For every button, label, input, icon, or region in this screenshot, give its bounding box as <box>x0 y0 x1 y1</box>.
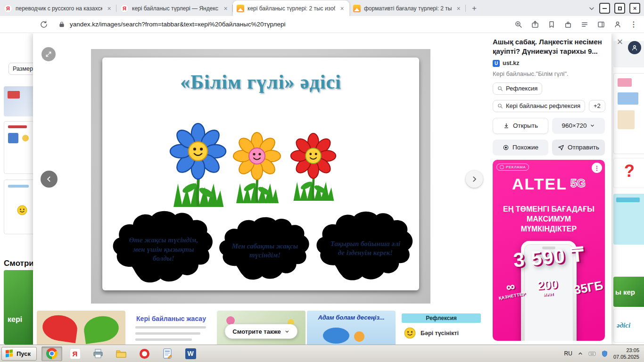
browser-tab-bar: Я переводчик с русского на казахски × Я … <box>0 0 644 16</box>
tray-expand-icon[interactable] <box>578 351 583 356</box>
send-button[interactable]: Отправить <box>552 140 605 156</box>
extensions-icon[interactable] <box>564 20 572 29</box>
tab-search-chevron-icon[interactable] <box>588 5 595 12</box>
new-tab-button[interactable]: + <box>469 3 480 14</box>
related-thumbnail-petals[interactable] <box>37 311 125 345</box>
previous-image-button[interactable] <box>41 171 58 188</box>
result-thumbnail[interactable] <box>613 73 644 154</box>
clock-date: 07.05.2025 <box>613 354 639 360</box>
folder-icon <box>116 348 127 359</box>
tab-close-icon[interactable]: × <box>106 5 113 12</box>
window-close-button[interactable]: × <box>629 3 640 14</box>
url-text[interactable]: yandex.kz/images/search?from=tabbar&text… <box>70 21 285 28</box>
smiley-icon <box>17 205 28 216</box>
see-also-label: Смотрите также <box>232 328 281 335</box>
person-icon <box>631 44 638 51</box>
share-icon[interactable] <box>531 20 539 29</box>
slide-image: «Білім гүлі» әдісі Өте жақсы түсіндім, м… <box>102 58 419 290</box>
source-host-link[interactable]: ust.kz <box>503 60 519 66</box>
result-thumbnail[interactable]: ? <box>613 158 644 188</box>
resolution-select-button[interactable]: 960×720 <box>552 118 605 134</box>
reload-icon[interactable] <box>40 20 48 29</box>
zoom-icon[interactable] <box>514 20 523 29</box>
collections-icon[interactable] <box>580 20 589 29</box>
lock-icon[interactable] <box>58 21 65 28</box>
yandex-favicon: Я <box>4 4 12 13</box>
result-thumbnail[interactable] <box>4 180 33 234</box>
printer-icon <box>92 348 104 359</box>
tab-images-2[interactable]: формативті бағалау түрлері: 2 ты × <box>349 0 466 16</box>
bookmark-icon[interactable] <box>547 20 556 29</box>
sidebar-icon[interactable] <box>597 20 605 29</box>
next-image-button[interactable] <box>466 171 483 188</box>
start-label: Пуск <box>17 350 31 357</box>
tag-chip-keri-bailanys[interactable]: Кері байланыс рефлексия <box>493 100 585 112</box>
tab-close-icon[interactable]: × <box>222 5 229 12</box>
see-also-button[interactable]: Смотрите также <box>224 324 297 339</box>
tab-translator[interactable]: Я переводчик с русского на казахски × <box>0 0 116 16</box>
taskbar-explorer-button[interactable] <box>111 346 132 361</box>
language-indicator[interactable]: RU <box>564 350 572 357</box>
chrome-icon <box>46 348 58 359</box>
viewer-close-icon[interactable]: × <box>614 36 626 48</box>
size-filter-button[interactable]: Размер <box>8 63 33 75</box>
result-thumbnail[interactable]: әдісі <box>613 309 644 343</box>
more-tags-chip[interactable]: +2 <box>589 100 605 112</box>
start-button[interactable]: Пуск <box>1 347 37 361</box>
image-title-link[interactable]: Ашық сабақ. Лаңкестік несімен қауіпті? Д… <box>493 37 605 57</box>
red-flower-illustration <box>289 131 338 203</box>
open-label: Открыть <box>513 122 538 129</box>
related-thumbnail-flowers[interactable]: Смотрите также <box>217 311 305 345</box>
taskbar-chrome-button[interactable] <box>41 346 62 361</box>
related-thumbnail-text-slide[interactable]: Кері байланыс жасау <box>127 311 215 345</box>
tab-title: формативті бағалау түрлері: 2 ты <box>364 5 452 12</box>
feedback-cloud-blue: Өте жақсы түсіндім, мен үшін қызықты бол… <box>111 211 216 286</box>
altel-ad-banner[interactable]: РЕКЛАМА ⋮ ALTEL5G ЕҢ ТӨМЕНГІ БАҒАДАҒЫМАК… <box>493 160 605 341</box>
related-thumbnail-poster[interactable]: Адам болам десеңіз... <box>307 311 396 345</box>
browser-menu-icon[interactable]: ⋮ <box>630 20 637 29</box>
orange-flower-illustration <box>231 130 283 206</box>
tab-close-icon[interactable]: × <box>455 5 462 12</box>
thumbnail-text: Бәрі түсінікті <box>421 330 459 337</box>
search-icon <box>497 103 503 109</box>
taskbar-clock[interactable]: 23:05 07.05.2025 <box>613 347 639 361</box>
image-description: Кері байланыс."Білім гүлі". <box>493 70 605 77</box>
ad-menu-icon[interactable]: ⋮ <box>592 163 602 173</box>
cloud-text: Мен сабақты жақсы түсіндім! <box>229 230 301 272</box>
shield-icon[interactable] <box>601 350 608 357</box>
result-thumbnail[interactable] <box>4 86 33 116</box>
taskbar-word-button[interactable]: W <box>180 346 201 361</box>
similar-images-button[interactable]: Похожие <box>493 140 548 156</box>
result-thumbnail[interactable] <box>613 194 644 245</box>
user-avatar[interactable] <box>628 41 641 54</box>
thumbnail-banner: Рефлексия <box>402 313 481 323</box>
open-image-button[interactable]: Открыть <box>493 118 548 134</box>
tab-close-icon[interactable]: × <box>339 5 346 12</box>
taskbar-printer-button[interactable] <box>88 346 108 361</box>
chevron-down-icon <box>590 123 595 128</box>
viewed-image[interactable]: «Білім гүлі» әдісі Өте жақсы түсіндім, м… <box>91 49 430 304</box>
tab-images-active[interactable]: кері байланыс түрлері: 2 тыс изоб × <box>233 0 349 16</box>
yandex-browser-icon: Я <box>70 348 81 359</box>
result-thumbnail[interactable] <box>4 121 33 174</box>
keyboard-icon[interactable] <box>588 350 596 357</box>
blue-flower-illustration <box>167 121 229 210</box>
result-thumbnail[interactable]: ы кер <box>613 277 644 307</box>
fullscreen-expand-button[interactable] <box>41 47 56 61</box>
restore-button[interactable] <box>614 3 625 14</box>
image-viewer-modal: «Білім гүлі» әдісі Өте жақсы түсіндім, м… <box>33 33 611 345</box>
profile-icon[interactable] <box>613 20 622 29</box>
tab-search[interactable]: Я кері байланыс түрлері — Яндекс: н × <box>116 0 233 16</box>
result-thumbnail[interactable]: кері <box>4 270 33 345</box>
ad-badge-gigabytes: 35ГБ <box>573 279 604 296</box>
size-filter-label: Размер <box>13 66 33 72</box>
feedback-cloud-purple: Тақырып бойынша әлі де ізденуім керек! <box>314 211 416 284</box>
minimize-button[interactable] <box>599 3 610 14</box>
send-label: Отправить <box>568 144 599 151</box>
word-icon: W <box>185 348 196 359</box>
related-thumbnail-reflection[interactable]: Рефлексия Бәрі түсінікті <box>397 311 486 345</box>
taskbar-opera-button[interactable] <box>134 346 155 361</box>
taskbar-wordpad-button[interactable] <box>157 346 178 361</box>
taskbar-yandex-button[interactable]: Я <box>65 346 85 361</box>
tag-chip-reflexia[interactable]: Рефлексия <box>493 82 542 95</box>
